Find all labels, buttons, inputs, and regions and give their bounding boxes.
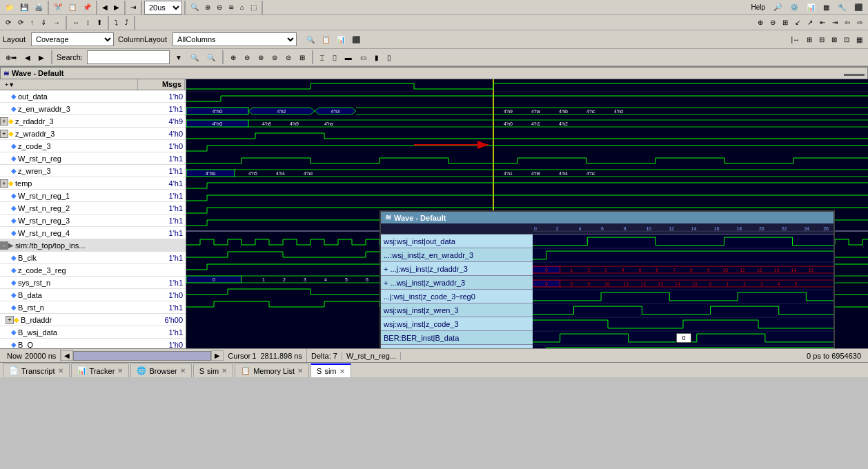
signal-row-w-rst3[interactable]: ◆ W_rst_n_reg_3 1'h1 (0, 214, 186, 227)
column-layout-select[interactable]: AllColumns (172, 32, 297, 46)
popup-row-9[interactable]: BER:BER_inst|B_rst_n (381, 345, 834, 348)
expand-group[interactable]: - (0, 241, 8, 250)
zoom-r2[interactable]: ⇥ (829, 17, 840, 28)
signal-row-out-data[interactable]: ◆ out_data 1'h0 (0, 90, 186, 103)
signal-row-bwsj[interactable]: ◆ B_wsj_data 1'h1 (0, 326, 186, 339)
search-opt-btn[interactable]: ◀ (22, 52, 33, 63)
right-btn3[interactable]: ⊟ (816, 34, 827, 46)
col-btn4[interactable]: ⬛ (349, 34, 363, 46)
signal-row-group[interactable]: - ▶ sim:/tb_top/top_ins... (0, 239, 186, 252)
popup-row-7[interactable]: wsj:wsj_inst|z_code_3 (381, 317, 834, 331)
signal-row-bclk[interactable]: ◆ B_clk 1'h1 (0, 252, 186, 264)
nav-btn2[interactable]: ⟳ (15, 17, 26, 28)
tab-sim1-close[interactable]: ✕ (221, 367, 227, 375)
col-btn1[interactable]: 🔍 (304, 34, 317, 46)
expand-temp[interactable]: + (0, 179, 8, 188)
zoom-out-btn[interactable]: ⊖ (767, 17, 778, 28)
tb-wave2[interactable]: ⌂ (237, 1, 247, 13)
tb-zoom3[interactable]: ⊖ (214, 1, 225, 13)
zoom-r4[interactable]: ⇨ (854, 17, 865, 28)
scroll-left-btn[interactable]: ◀ (61, 350, 73, 361)
tb-wave1[interactable]: ≋ (226, 1, 237, 13)
scroll-right-btn[interactable]: ▶ (211, 350, 224, 361)
tab-memlist[interactable]: 📋 Memory List ✕ (235, 363, 309, 377)
zoom-next-btn[interactable]: ↗ (805, 17, 816, 28)
popup-row-4[interactable]: + ...wsj_inst|z_wraddr_3 0 8 9 10 11 (381, 276, 834, 290)
tb-zoom1[interactable]: 🔍 (188, 1, 201, 13)
tb-r2[interactable]: ⚙️ (787, 1, 801, 13)
tab-transcript-close[interactable]: ✕ (58, 367, 63, 375)
tb-zoom2[interactable]: ⊕ (202, 1, 213, 13)
nav-up[interactable]: ↑ (28, 17, 37, 28)
tab-sim1[interactable]: S sim ✕ (193, 363, 233, 377)
zoom-r3[interactable]: ⇦ (842, 17, 853, 28)
tb-cut[interactable]: ✂️ (51, 1, 65, 13)
nav-btn9[interactable]: ⤵ (112, 17, 121, 28)
nav-btn10[interactable]: ⤴ (122, 17, 131, 28)
popup-row-2[interactable]: ...:wsj_inst|z_en_wraddr_3 (381, 248, 834, 262)
zoom-prev-btn[interactable]: ↙ (792, 17, 803, 28)
search-mode2-btn[interactable]: ▶ (36, 52, 47, 63)
signal-row-z-wraddr[interactable]: + ◆ z_wraddr_3 4'h0 (0, 128, 186, 140)
zoom-tool5[interactable]: ⊝ (283, 52, 294, 63)
tb-paste[interactable]: 📌 (80, 1, 94, 13)
popup-row-5[interactable]: ...j:wsj_inst|z_code_3~reg0 (381, 290, 834, 303)
nav-btn7[interactable]: ↕ (83, 17, 92, 28)
signal-row-w-rst2[interactable]: ◆ W_rst_n_reg_2 1'h1 (0, 202, 186, 214)
time-unit-select[interactable]: 20us (144, 1, 182, 14)
signal-add-btn[interactable]: +▼ (3, 81, 17, 89)
tb-copy[interactable]: 📋 (66, 1, 79, 13)
search-go-btn[interactable]: ▼ (172, 52, 185, 63)
search-mode-btn[interactable]: ⊕➡ (3, 52, 19, 63)
wave-shape4[interactable]: ▭ (357, 52, 369, 63)
signal-row-z-en[interactable]: ◆ z_en_wraddr_3 1'h1 (0, 103, 186, 115)
tab-sim2[interactable]: S sim ✕ (310, 363, 351, 377)
zoom-tool4[interactable]: ⊜ (269, 52, 280, 63)
signal-row-zcode-reg[interactable]: ◆ z_code_3_reg (0, 264, 186, 277)
zoom-r1[interactable]: ⇤ (817, 17, 828, 28)
tb-indent[interactable]: ⇥ (128, 1, 139, 13)
tb-wave3[interactable]: ⬚ (248, 1, 259, 13)
col-btn3[interactable]: 📊 (334, 34, 348, 46)
signal-row-w-rst1[interactable]: ◆ W_rst_n_reg_1 1'h1 (0, 190, 186, 202)
signal-row-w-rst[interactable]: ◆ W_rst_n_reg 1'h1 (0, 152, 186, 165)
search-back-btn[interactable]: 🔍 (188, 52, 201, 63)
right-btn5[interactable]: ⊡ (841, 34, 852, 46)
signal-row-z-code[interactable]: ◆ z_code_3 1'h0 (0, 140, 186, 152)
nav-btn6[interactable]: ↔ (70, 17, 82, 28)
tb-r6[interactable]: ⬛ (851, 1, 865, 13)
right-btn2[interactable]: ⊞ (804, 34, 815, 46)
nav-btn1[interactable]: ⟳ (3, 17, 14, 28)
popup-row-1[interactable]: wsj:wsj_inst|out_data (381, 234, 834, 248)
tb-back[interactable]: ◀ (99, 1, 110, 13)
zoom-tool3[interactable]: ⊛ (255, 52, 266, 63)
wave-shape6[interactable]: ▯ (384, 52, 394, 63)
tab-tracker-close[interactable]: ✕ (117, 367, 123, 375)
tab-transcript[interactable]: 📄 Transcript ✕ (3, 363, 70, 377)
zoom-tool6[interactable]: ⊞ (297, 52, 308, 63)
signal-row-w-rst4[interactable]: ◆ W_rst_n_reg_4 1'h1 (0, 227, 186, 239)
zoom-tool1[interactable]: ⊕ (228, 52, 239, 63)
tab-memlist-close[interactable]: ✕ (297, 367, 303, 375)
search-input[interactable] (87, 50, 170, 64)
tab-browser[interactable]: 🌐 Browser ✕ (130, 363, 191, 377)
signal-row-z-rdaddr[interactable]: + ◆ z_rdaddr_3 4'h9 (0, 115, 186, 128)
wave-shape2[interactable]: ⌷ (330, 52, 339, 63)
zoom-in-btn[interactable]: ⊕ (755, 17, 766, 28)
right-btn1[interactable]: |↔ (788, 34, 802, 46)
signal-row-bq[interactable]: ◆ B_Q 1'h0 (0, 339, 186, 348)
search-fwd-btn[interactable]: 🔍 (204, 52, 218, 63)
expand-z-rdaddr[interactable]: + (0, 117, 8, 126)
right-btn4[interactable]: ⊠ (829, 34, 840, 46)
tb-btn3[interactable]: 🖨️ (32, 1, 46, 13)
popup-row-3[interactable]: + ...j:wsj_inst|z_rdaddr_3 0 1 2 3 4 (381, 262, 834, 276)
tab-sim2-close[interactable]: ✕ (339, 368, 345, 375)
nav-btn8[interactable]: ⬆ (94, 17, 105, 28)
signal-row-bdata[interactable]: ◆ B_data 1'h0 (0, 289, 186, 301)
wave-shape3[interactable]: ▬ (342, 52, 355, 63)
popup-row-6[interactable]: wsj:wsj_inst|z_wren_3 (381, 303, 834, 317)
tb-forward[interactable]: ▶ (111, 1, 122, 13)
layout-select[interactable]: Coverage (31, 32, 114, 46)
nav-right[interactable]: → (50, 17, 63, 28)
tab-browser-close[interactable]: ✕ (180, 367, 186, 375)
